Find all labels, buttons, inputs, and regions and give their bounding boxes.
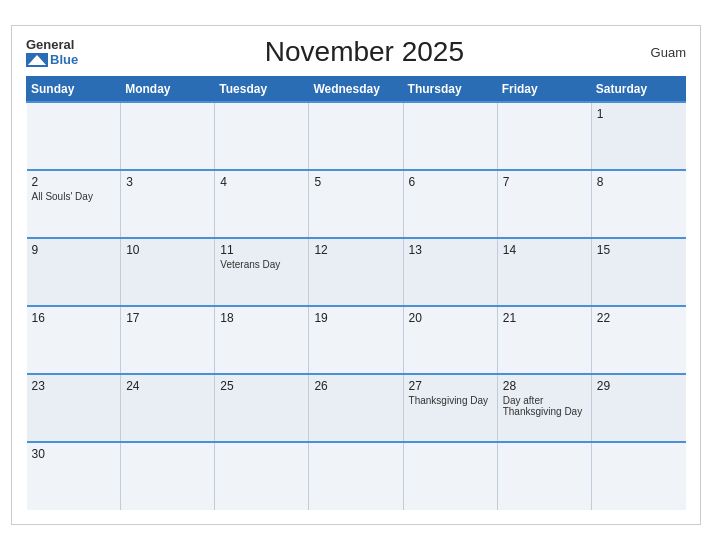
day-number: 19 xyxy=(314,311,397,325)
calendar-day-cell xyxy=(215,442,309,510)
calendar-day-cell xyxy=(215,102,309,170)
day-number: 28 xyxy=(503,379,586,393)
calendar-day-cell: 13 xyxy=(403,238,497,306)
calendar-day-cell: 25 xyxy=(215,374,309,442)
day-number: 15 xyxy=(597,243,681,257)
calendar-day-cell: 26 xyxy=(309,374,403,442)
calendar-day-cell: 16 xyxy=(27,306,121,374)
calendar-day-cell: 3 xyxy=(121,170,215,238)
header-thursday: Thursday xyxy=(403,77,497,103)
day-number: 5 xyxy=(314,175,397,189)
calendar-week-row: 1 xyxy=(27,102,686,170)
calendar-day-cell: 1 xyxy=(591,102,685,170)
calendar-week-row: 2324252627Thanksgiving Day28Day after Th… xyxy=(27,374,686,442)
calendar-day-cell: 17 xyxy=(121,306,215,374)
day-number: 30 xyxy=(32,447,116,461)
header-wednesday: Wednesday xyxy=(309,77,403,103)
calendar-day-cell: 15 xyxy=(591,238,685,306)
region-label: Guam xyxy=(651,45,686,60)
calendar-day-cell xyxy=(591,442,685,510)
calendar-day-cell: 7 xyxy=(497,170,591,238)
calendar-week-row: 30 xyxy=(27,442,686,510)
day-number: 2 xyxy=(32,175,116,189)
calendar-day-cell xyxy=(309,102,403,170)
day-number: 24 xyxy=(126,379,209,393)
calendar-day-cell: 12 xyxy=(309,238,403,306)
calendar-day-cell: 11Veterans Day xyxy=(215,238,309,306)
day-number: 8 xyxy=(597,175,681,189)
day-number: 14 xyxy=(503,243,586,257)
calendar-day-cell xyxy=(309,442,403,510)
day-number: 12 xyxy=(314,243,397,257)
logo-general-text: General xyxy=(26,37,74,52)
day-number: 9 xyxy=(32,243,116,257)
logo-blue-text: Blue xyxy=(50,52,78,67)
day-number: 21 xyxy=(503,311,586,325)
header-monday: Monday xyxy=(121,77,215,103)
calendar-day-cell: 22 xyxy=(591,306,685,374)
calendar-title: November 2025 xyxy=(265,36,464,68)
calendar-day-cell xyxy=(121,102,215,170)
calendar-week-row: 91011Veterans Day12131415 xyxy=(27,238,686,306)
days-header-row: Sunday Monday Tuesday Wednesday Thursday… xyxy=(27,77,686,103)
day-number: 6 xyxy=(409,175,492,189)
calendar-day-cell: 4 xyxy=(215,170,309,238)
calendar-day-cell: 27Thanksgiving Day xyxy=(403,374,497,442)
calendar-day-cell: 9 xyxy=(27,238,121,306)
logo-flag-icon xyxy=(26,53,48,67)
calendar-wrapper: General Blue November 2025 Guam Sunday M… xyxy=(11,25,701,525)
header-sunday: Sunday xyxy=(27,77,121,103)
calendar-day-cell: 8 xyxy=(591,170,685,238)
calendar-week-row: 16171819202122 xyxy=(27,306,686,374)
header-saturday: Saturday xyxy=(591,77,685,103)
calendar-day-cell: 2All Souls' Day xyxy=(27,170,121,238)
calendar-day-cell: 14 xyxy=(497,238,591,306)
day-number: 16 xyxy=(32,311,116,325)
day-number: 7 xyxy=(503,175,586,189)
calendar-day-cell: 6 xyxy=(403,170,497,238)
day-number: 4 xyxy=(220,175,303,189)
day-event: All Souls' Day xyxy=(32,191,116,202)
calendar-day-cell: 24 xyxy=(121,374,215,442)
logo-blue-area: Blue xyxy=(26,52,78,67)
day-event: Thanksgiving Day xyxy=(409,395,492,406)
header-friday: Friday xyxy=(497,77,591,103)
day-number: 18 xyxy=(220,311,303,325)
header-tuesday: Tuesday xyxy=(215,77,309,103)
day-number: 26 xyxy=(314,379,397,393)
calendar-day-cell xyxy=(27,102,121,170)
calendar-day-cell: 10 xyxy=(121,238,215,306)
day-event: Veterans Day xyxy=(220,259,303,270)
day-number: 1 xyxy=(597,107,681,121)
calendar-day-cell: 28Day after Thanksgiving Day xyxy=(497,374,591,442)
calendar-day-cell: 18 xyxy=(215,306,309,374)
calendar-day-cell: 5 xyxy=(309,170,403,238)
day-number: 27 xyxy=(409,379,492,393)
calendar-day-cell: 29 xyxy=(591,374,685,442)
calendar-day-cell: 21 xyxy=(497,306,591,374)
calendar-week-row: 2All Souls' Day345678 xyxy=(27,170,686,238)
day-event: Day after Thanksgiving Day xyxy=(503,395,586,417)
calendar-day-cell xyxy=(121,442,215,510)
calendar-day-cell: 30 xyxy=(27,442,121,510)
day-number: 10 xyxy=(126,243,209,257)
day-number: 13 xyxy=(409,243,492,257)
day-number: 23 xyxy=(32,379,116,393)
calendar-day-cell: 19 xyxy=(309,306,403,374)
day-number: 11 xyxy=(220,243,303,257)
day-number: 3 xyxy=(126,175,209,189)
calendar-day-cell xyxy=(497,102,591,170)
calendar-day-cell xyxy=(403,102,497,170)
day-number: 25 xyxy=(220,379,303,393)
day-number: 17 xyxy=(126,311,209,325)
calendar-table: Sunday Monday Tuesday Wednesday Thursday… xyxy=(26,76,686,510)
day-number: 22 xyxy=(597,311,681,325)
calendar-day-cell: 20 xyxy=(403,306,497,374)
calendar-day-cell xyxy=(497,442,591,510)
logo-area: General Blue xyxy=(26,37,78,67)
calendar-day-cell: 23 xyxy=(27,374,121,442)
calendar-day-cell xyxy=(403,442,497,510)
day-number: 29 xyxy=(597,379,681,393)
calendar-header: General Blue November 2025 Guam xyxy=(26,36,686,68)
day-number: 20 xyxy=(409,311,492,325)
